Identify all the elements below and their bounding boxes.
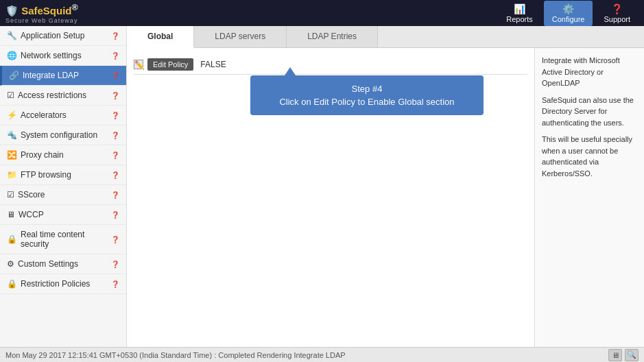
restriction-icon: 🔒	[7, 279, 17, 289]
help-icon[interactable]: ❓	[111, 112, 119, 119]
help-icon[interactable]: ❓	[111, 211, 119, 219]
proxy-icon: 🔀	[7, 150, 17, 160]
sidebar-item-label: Network settings	[21, 51, 82, 60]
right-panel-p1: Integrate with Microsoft Active Director…	[542, 55, 637, 89]
accelerators-icon: ⚡	[7, 110, 17, 120]
sidebar-item-label: Access restrictions	[18, 90, 86, 100]
sidebar-item-sscore[interactable]: ☑ SScore ❓	[0, 185, 126, 205]
status-icon-search[interactable]: 🔍	[625, 349, 639, 361]
access-icon: ☑	[7, 90, 14, 100]
reports-icon: 📊	[514, 3, 525, 14]
sysconfig-icon: 🔩	[7, 130, 17, 140]
help-icon[interactable]: ❓	[111, 280, 119, 288]
status-bar: Mon May 29 2017 12:15:41 GMT+0530 (India…	[0, 347, 644, 362]
main-layout: 🔧 Application Setup ❓ 🌐 Network settings…	[0, 26, 644, 347]
support-button[interactable]: ❓ Support	[595, 1, 639, 26]
sidebar-item-restriction[interactable]: 🔒 Restriction Policies ❓	[0, 274, 126, 294]
sidebar-item-custom[interactable]: ⚙ Custom Settings ❓	[0, 254, 126, 274]
sidebar-item-label: Restriction Policies	[21, 279, 90, 289]
help-icon[interactable]: ❓	[111, 32, 119, 40]
tab-ldap-servers[interactable]: LDAP servers	[194, 26, 287, 47]
ldap-icon: 🔗	[9, 71, 19, 80]
sidebar-item-proxy-chain[interactable]: 🔀 Proxy chain ❓	[0, 145, 126, 165]
help-icon[interactable]: ❓	[111, 152, 119, 159]
configure-label: Configure	[552, 15, 585, 23]
tabs: Global LDAP servers LDAP Entries	[127, 26, 644, 48]
reports-label: Reports	[506, 15, 533, 23]
header: 🛡️ SafeSquid® Secure Web Gateway 📊 Repor…	[0, 0, 644, 26]
sidebar-item-label: WCCP	[19, 210, 44, 219]
configure-icon: ⚙️	[562, 3, 574, 14]
network-icon: 🌐	[7, 51, 17, 60]
sidebar-item-label: Real time content security	[21, 230, 108, 249]
sidebar-item-label: Application Setup	[21, 31, 84, 40]
app-setup-icon: 🔧	[7, 31, 17, 40]
sidebar-item-label: System configuration	[21, 130, 97, 140]
status-text: Mon May 29 2017 12:15:41 GMT+0530 (India…	[5, 351, 346, 359]
status-icon-monitor[interactable]: 🖥	[608, 349, 622, 361]
realtime-icon: 🔒	[7, 234, 17, 244]
tab-ldap-entries[interactable]: LDAP Entries	[287, 26, 378, 47]
sidebar-item-label: FTP browsing	[21, 170, 71, 180]
right-panel: Integrate with Microsoft Active Director…	[534, 48, 644, 347]
edit-policy-button[interactable]: Edit Policy	[147, 58, 193, 71]
help-icon[interactable]: ❓	[111, 191, 119, 199]
tab-global[interactable]: Global	[127, 26, 194, 48]
tooltip-text: Click on Edit Policy to Enable Global se…	[263, 97, 471, 107]
support-label: Support	[604, 15, 630, 23]
help-icon[interactable]: ❓	[111, 171, 119, 179]
sidebar-item-network[interactable]: 🌐 Network settings ❓	[0, 46, 126, 66]
help-icon[interactable]: ❓	[111, 72, 119, 80]
sidebar-item-label: SScore	[18, 190, 45, 200]
policy-checkbox[interactable]: ✏️	[134, 60, 143, 69]
sscore-icon: ☑	[7, 190, 14, 200]
center-panel: ✏️ Edit Policy FALSE Step #4 Click on Ed…	[127, 48, 534, 347]
configure-button[interactable]: ⚙️ Configure	[544, 1, 593, 26]
policy-value: FALSE	[200, 60, 226, 69]
sidebar-item-access[interactable]: ☑ Access restrictions ❓	[0, 86, 126, 106]
support-icon: ❓	[611, 3, 623, 14]
sidebar-item-ftp[interactable]: 📁 FTP browsing ❓	[0, 165, 126, 185]
sidebar-item-sysconfig[interactable]: 🔩 System configuration ❓	[0, 125, 126, 145]
sidebar-item-label: Custom Settings	[18, 259, 78, 269]
tooltip-step: Step #4	[263, 84, 471, 94]
right-panel-p3: This will be useful specially when a use…	[542, 134, 637, 179]
ftp-icon: 📁	[7, 170, 17, 180]
policy-row: ✏️ Edit Policy FALSE	[134, 55, 527, 75]
sidebar-item-wccp[interactable]: 🖥 WCCP ❓	[0, 205, 126, 225]
wccp-icon: 🖥	[7, 210, 15, 219]
custom-icon: ⚙	[7, 259, 14, 269]
help-icon[interactable]: ❓	[111, 52, 119, 60]
right-panel-p2: SafeSquid can also use the Directory Ser…	[542, 95, 637, 129]
main-content: ✏️ Edit Policy FALSE Step #4 Click on Ed…	[127, 48, 644, 347]
nav-buttons: 📊 Reports ⚙️ Configure ❓ Support	[498, 1, 639, 26]
sidebar-item-realtime[interactable]: 🔒 Real time content security ❓	[0, 225, 126, 254]
help-icon[interactable]: ❓	[111, 236, 119, 243]
sidebar-item-accelerators[interactable]: ⚡ Accelerators ❓	[0, 106, 126, 125]
sidebar: 🔧 Application Setup ❓ 🌐 Network settings…	[0, 26, 127, 347]
status-icons: 🖥 🔍	[608, 349, 639, 361]
logo: 🛡️ SafeSquid® Secure Web Gateway	[5, 3, 78, 24]
sidebar-item-integrate-ldap[interactable]: 🔗 Integrate LDAP ❓	[0, 66, 126, 86]
sidebar-item-label: Integrate LDAP	[23, 71, 79, 80]
logo-area: 🛡️ SafeSquid® Secure Web Gateway	[5, 3, 498, 24]
help-icon[interactable]: ❓	[111, 92, 119, 99]
sidebar-item-app-setup[interactable]: 🔧 Application Setup ❓	[0, 26, 126, 46]
sidebar-item-label: Proxy chain	[21, 150, 64, 160]
tooltip-box: Step #4 Click on Edit Policy to Enable G…	[250, 75, 484, 115]
reports-button[interactable]: 📊 Reports	[498, 1, 541, 26]
sidebar-item-label: Accelerators	[21, 110, 67, 120]
logo-name: SafeSquid	[21, 5, 71, 16]
help-icon[interactable]: ❓	[111, 261, 119, 268]
help-icon[interactable]: ❓	[111, 132, 119, 139]
logo-sub: Secure Web Gateway	[5, 17, 78, 24]
content-area: Global LDAP servers LDAP Entries ✏️ Edit…	[127, 26, 644, 347]
